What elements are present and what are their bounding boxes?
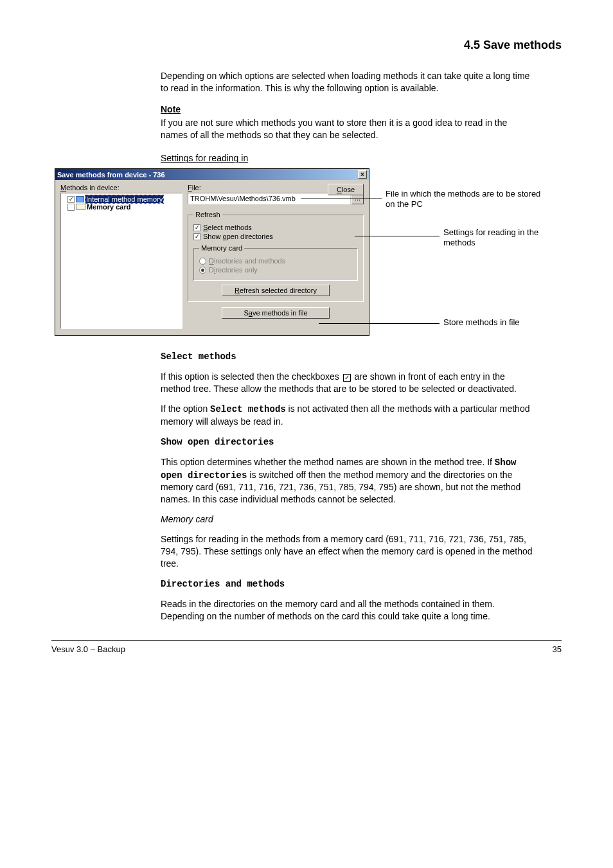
checkbox-label: Show open directories [203,233,273,240]
radio-icon [199,267,206,274]
select-methods-p2: If the option Select methods is not acti… [161,403,533,428]
note-heading: Note [161,103,533,116]
internal-memory-icon [76,196,84,202]
section-header: 4.5 Save methods [51,39,562,52]
callout-refresh: Settings for reading in the methods [443,227,553,247]
page-footer: Vesuv 3.0 – Backup 35 [51,640,562,654]
memory-card-head: Memory card [161,513,533,526]
tree-item-label: Internal method memory [85,195,163,203]
memory-card-icon [76,204,85,210]
callout-save: Store methods in file [443,317,553,328]
footer-left: Vesuv 3.0 – Backup [51,644,125,654]
dir-methods-text: Reads in the directories on the memory c… [161,598,533,623]
callout-file: File in which the methods are to be stor… [386,189,546,209]
save-methods-button[interactable]: Save methods in file [222,307,330,319]
document-page: 4.5 Save methods Depending on which opti… [0,0,613,680]
close-button[interactable]: Close [328,184,364,195]
checkbox-inline-icon: ✓ [343,374,351,382]
checkbox-icon[interactable]: ✓ [67,196,75,203]
memory-card-intro: Settings for reading in the methods from… [161,533,533,570]
footer-right: 35 [553,644,562,654]
radio-icon [199,258,206,265]
dialog-window: Save methods from device - 736 × Methods… [55,168,369,336]
titlebar: Save methods from device - 736 × [55,169,369,180]
dir-methods-head: Directories and methods [161,578,533,590]
intro-block: Depending on which options are selected … [161,70,533,164]
show-open-p: This option determines whether the metho… [161,456,533,506]
tree-item-internal[interactable]: ✓ Internal method memory [62,195,181,203]
show-open-head: Show open directories [161,436,533,448]
callout-line [355,236,440,236]
refresh-selected-button[interactable]: Refresh selected directory [222,285,330,296]
body-after-screenshot: Select methods If this option is selecte… [161,350,533,622]
checkbox-icon[interactable] [67,204,75,211]
select-methods-checkbox[interactable]: ✓ Select methods [193,224,358,231]
tree-item-label: Memory card [87,203,130,211]
note-text: If you are not sure which methods you wa… [161,117,533,141]
window-close-button[interactable]: × [358,170,367,179]
tree-item-card[interactable]: Memory card [62,203,181,211]
radio-label: Directories and methods [209,257,285,265]
callout-line [319,323,440,324]
checkbox-label: Select methods [203,224,252,231]
subheading-settings: Settings for reading in [161,152,533,164]
refresh-legend: Refresh [193,211,222,218]
checkbox-icon: ✓ [193,233,200,240]
methods-tree[interactable]: ✓ Internal method memory Memory card [60,193,182,329]
refresh-group: Refresh ✓ Select methods ✓ Show open dir… [188,211,364,302]
radio-label: Directories only [209,266,258,274]
tree-label: Methods in device: [60,184,182,191]
intro-paragraph: Depending on which options are selected … [161,70,533,94]
memory-card-legend: Memory card [199,244,244,252]
left-pane: Methods in device: ✓ Internal method mem… [60,184,182,329]
memory-card-group: Memory card Directories and methods Dire… [193,244,358,281]
radio-dir-only: Directories only [199,266,352,274]
select-methods-head: Select methods [161,350,533,363]
dialog-body: Methods in device: ✓ Internal method mem… [55,180,369,335]
window-title: Save methods from device - 736 [57,171,165,179]
radio-dir-and-methods: Directories and methods [199,257,352,265]
screenshot-wrapper: Save methods from device - 736 × Methods… [51,168,553,336]
right-pane: Close File: ... Refresh ✓ Select methods [188,184,364,329]
select-methods-p1: If this option is selected then the chec… [161,371,533,395]
callout-line [301,199,382,199]
checkbox-icon: ✓ [193,224,200,231]
show-open-directories-checkbox[interactable]: ✓ Show open directories [193,233,358,240]
